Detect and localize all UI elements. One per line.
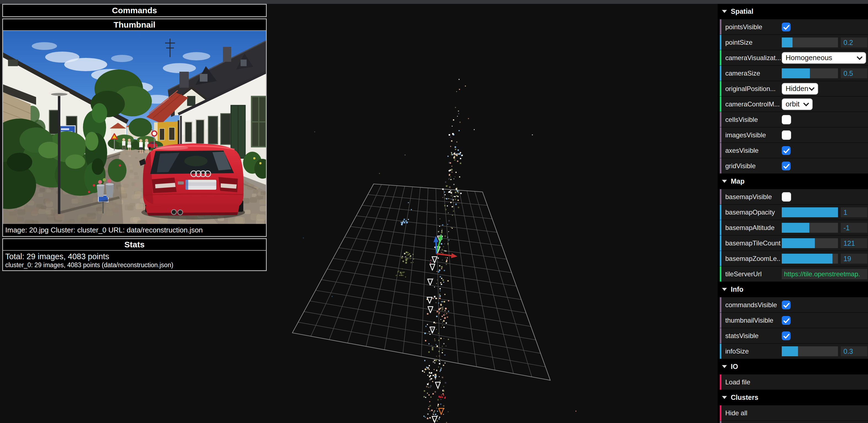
checkbox-checked[interactable] xyxy=(782,332,790,340)
thumbnail-header[interactable]: Thumbnail xyxy=(3,19,266,31)
gui-row-basemapvisible: basemapVisible xyxy=(720,189,868,204)
thumbnail-photo xyxy=(3,31,266,224)
slider-track[interactable] xyxy=(782,37,838,48)
gui-row-infosize: infoSize0.3 xyxy=(720,344,868,359)
gui-row-originalposition-: originalPosition...Hidden xyxy=(720,81,868,96)
grid-plane xyxy=(292,184,550,380)
folder-open-arrow-icon xyxy=(722,365,727,368)
gui-row-label: statsVisible xyxy=(721,332,782,340)
checkbox-checked[interactable] xyxy=(782,316,790,325)
folder-title: Clusters xyxy=(731,394,758,401)
slider-track[interactable] xyxy=(782,238,838,248)
select-value: Homogeneous xyxy=(785,54,832,62)
thumbnail-box: Thumbnail xyxy=(2,19,267,237)
gui-row-gridvisible: gridVisible xyxy=(720,158,868,173)
folder-title: Map xyxy=(731,177,745,185)
gui-folder-spatial[interactable]: Spatial xyxy=(717,4,868,19)
gui-folder-map[interactable]: Map xyxy=(717,174,868,189)
slider-track[interactable] xyxy=(782,68,838,78)
slider-fill xyxy=(782,223,809,233)
stats-header[interactable]: Stats xyxy=(3,239,266,251)
folder-open-arrow-icon xyxy=(722,288,727,291)
slider-track[interactable] xyxy=(782,223,838,233)
gui-row-label: basemapVisible xyxy=(721,193,782,201)
slider-fill xyxy=(782,68,810,78)
gui-row-cellsvisible: cellsVisible xyxy=(720,112,868,127)
slider-fill xyxy=(782,37,793,48)
slider-track[interactable] xyxy=(782,254,838,264)
value-box[interactable]: -1 xyxy=(841,223,867,233)
gui-row-label: cameraControlM... xyxy=(721,101,782,108)
checkbox-unchecked[interactable] xyxy=(782,115,791,124)
select-value: Hidden xyxy=(785,84,808,93)
gui-row-label: infoSize xyxy=(721,347,782,355)
select-orbit[interactable]: orbit xyxy=(782,98,813,110)
checkbox-checked[interactable] xyxy=(782,162,790,170)
text-input-tileserverurl[interactable]: https://tile.openstreetmap. xyxy=(782,269,867,279)
folder-open-arrow-icon xyxy=(722,180,727,183)
gui-row-pointsvisible: pointsVisible xyxy=(720,19,868,34)
checkbox-unchecked[interactable] xyxy=(782,192,791,202)
checkbox-checked[interactable] xyxy=(782,301,790,309)
datgui-panel: SpatialpointsVisiblepointSize0.2cameraVi… xyxy=(717,4,868,423)
stats-total: Total: 29 images, 4083 points xyxy=(5,252,264,261)
gui-row-load-file[interactable]: Load file xyxy=(720,374,868,390)
select-hidden[interactable]: Hidden xyxy=(782,83,818,94)
folder-open-arrow-icon xyxy=(722,10,727,13)
gui-row-basemapopacity: basemapOpacity1 xyxy=(720,205,868,220)
folder-title: Info xyxy=(731,285,743,293)
slider-fill xyxy=(782,254,833,264)
gui-row-commandsvisible: commandsVisible xyxy=(720,297,868,312)
select-value: orbit xyxy=(785,100,800,108)
folder-title: IO xyxy=(731,363,738,371)
gui-row-basemaptilecount: basemapTileCount121 xyxy=(720,235,868,251)
gui-row-label: thumbnailVisible xyxy=(721,316,782,324)
gui-folder-clusters[interactable]: Clusters xyxy=(717,390,868,405)
slider-fill xyxy=(782,346,798,356)
gui-row-cameravisualizat-: cameraVisualizat...Homogeneous xyxy=(720,50,868,65)
value-box[interactable]: 0.2 xyxy=(841,37,867,48)
gui-row-thumbnailvisible: thumbnailVisible xyxy=(720,313,868,328)
gui-row-partial xyxy=(720,421,868,423)
select-homogeneous[interactable]: Homogeneous xyxy=(782,52,866,64)
commands-box: Commands xyxy=(2,4,267,17)
stats-box: Stats Total: 29 images, 4083 points clus… xyxy=(2,238,267,271)
gui-row-imagesvisible: imagesVisible xyxy=(720,128,868,143)
gui-row-basemapzoomle-: basemapZoomLe..19 xyxy=(720,251,868,266)
slider-fill xyxy=(782,207,838,217)
value-box[interactable]: 1 xyxy=(841,207,867,217)
checkbox-checked[interactable] xyxy=(782,23,790,31)
gui-row-label: gridVisible xyxy=(721,162,782,170)
point-cloud xyxy=(303,79,576,423)
gui-row-label: axesVisible xyxy=(721,147,782,154)
checkbox-unchecked[interactable] xyxy=(782,131,791,140)
commands-header[interactable]: Commands xyxy=(3,5,266,16)
checkbox-checked[interactable] xyxy=(782,146,790,155)
gui-row-hide-all[interactable]: Hide all xyxy=(720,405,868,421)
gui-row-label: commandsVisible xyxy=(721,301,782,309)
value-box[interactable]: 121 xyxy=(841,238,867,248)
gui-row-label: basemapOpacity xyxy=(721,208,782,216)
gui-row-statsvisible: statsVisible xyxy=(720,328,868,343)
info-overlay-panel: Commands Thumbnail xyxy=(2,4,267,273)
gui-row-label: tileServerUrl xyxy=(721,270,782,278)
gui-folder-info[interactable]: Info xyxy=(717,282,868,297)
gui-row-label: basemapAltitude xyxy=(721,224,782,232)
gui-row-basemapaltitude: basemapAltitude-1 xyxy=(720,220,868,235)
folder-title: Spatial xyxy=(731,7,753,16)
image-caption: Image: 20.jpg Cluster: cluster_0 URL: da… xyxy=(3,224,266,236)
gui-row-label[interactable]: Load file xyxy=(721,378,782,386)
value-box[interactable]: 0.3 xyxy=(841,346,867,356)
value-box[interactable]: 19 xyxy=(841,254,867,264)
gui-folder-io[interactable]: IO xyxy=(717,359,868,374)
gui-row-axesvisible: axesVisible xyxy=(720,143,868,158)
gui-row-label[interactable]: Hide all xyxy=(721,409,782,417)
slider-track[interactable] xyxy=(782,346,838,356)
gui-row-label: originalPosition... xyxy=(721,85,782,93)
red-audi xyxy=(139,143,245,220)
gui-row-tileserverurl: tileServerUrlhttps://tile.openstreetmap. xyxy=(720,266,868,282)
slider-track[interactable] xyxy=(782,207,838,217)
round-sign-icon xyxy=(152,131,157,136)
gui-row-camerasize: cameraSize0.5 xyxy=(720,66,868,81)
value-box[interactable]: 0.5 xyxy=(841,68,867,78)
